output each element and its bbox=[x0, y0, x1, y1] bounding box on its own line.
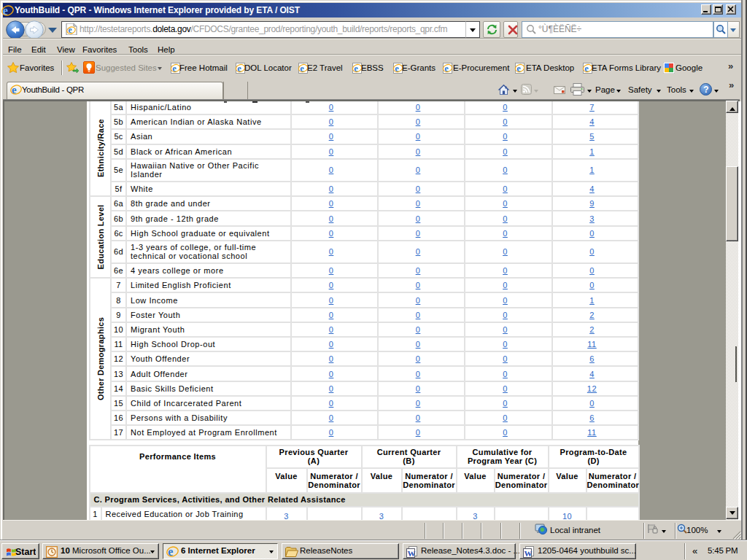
svg-text:e: e bbox=[237, 63, 241, 74]
svg-text:e: e bbox=[172, 63, 177, 74]
svg-text:e: e bbox=[395, 63, 399, 74]
svg-text:e: e bbox=[3, 4, 8, 17]
svg-text:e: e bbox=[354, 63, 358, 74]
svg-text:?: ? bbox=[703, 85, 708, 95]
svg-text:W: W bbox=[525, 549, 533, 558]
svg-text:e: e bbox=[168, 545, 173, 558]
svg-text:e: e bbox=[584, 63, 589, 74]
svg-text:e: e bbox=[444, 63, 449, 74]
svg-text:W: W bbox=[408, 549, 416, 558]
svg-text:e: e bbox=[68, 26, 71, 34]
svg-text:e: e bbox=[12, 84, 17, 96]
svg-text:e: e bbox=[516, 63, 521, 74]
svg-text:e: e bbox=[300, 63, 304, 74]
